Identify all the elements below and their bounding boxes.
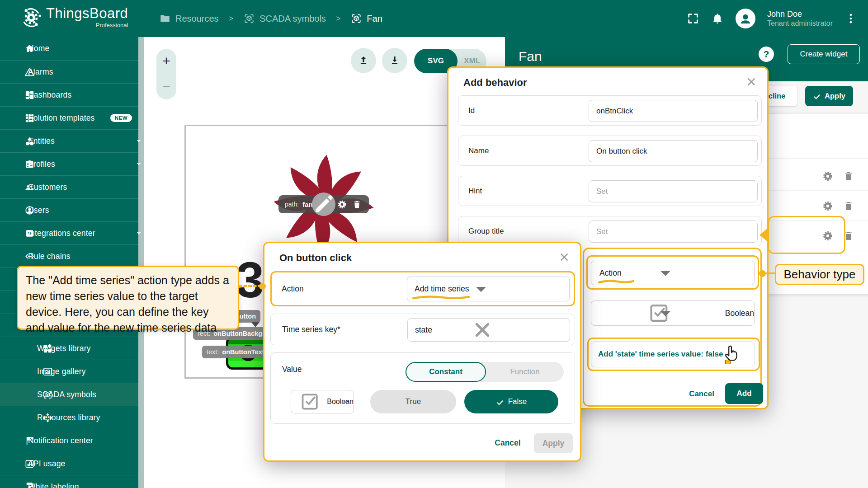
upload-icon xyxy=(358,55,369,66)
sidebar-item-resources-library[interactable]: Resources library xyxy=(0,406,138,429)
sidebar-item-label: Image gallery xyxy=(37,367,86,376)
action-select[interactable]: Add time series xyxy=(407,277,570,301)
field-label: Id xyxy=(468,96,475,125)
user-role: Tenant administrator xyxy=(767,19,833,28)
delete-icon xyxy=(843,171,854,182)
checkbox-icon xyxy=(297,390,323,413)
sidebar-item-label: Alarms xyxy=(28,67,53,77)
dialog-title: Add behavior xyxy=(463,77,527,89)
sidebar-item-label: Customers xyxy=(28,183,67,192)
value-type-select[interactable]: Boolean xyxy=(591,300,755,326)
breadcrumb-label: Resources xyxy=(175,14,219,24)
zoom-controls: + − xyxy=(156,49,176,99)
chevron-down-icon xyxy=(134,136,143,145)
sidebar-item-customers[interactable]: Customers xyxy=(0,175,138,198)
annotation-connector-dot xyxy=(759,270,766,277)
fullscreen-button[interactable] xyxy=(687,12,699,25)
chevron-down-icon xyxy=(400,277,562,301)
sidebar-item-profiles[interactable]: Profiles xyxy=(0,152,138,175)
true-button[interactable]: True xyxy=(370,390,456,413)
apply-button[interactable]: Apply xyxy=(805,86,853,106)
action-label: Action xyxy=(282,271,304,306)
sidebar-item-solution-templates[interactable]: Solution templatesNEW xyxy=(0,106,138,129)
field-input[interactable]: onBtnClick xyxy=(589,100,758,122)
sidebar-item-dashboards[interactable]: Dashboards xyxy=(0,83,138,106)
delete-icon xyxy=(843,230,854,241)
zoom-out-button[interactable]: − xyxy=(156,79,176,94)
field-input[interactable]: Set xyxy=(589,221,758,243)
fullscreen-icon xyxy=(687,12,699,25)
time-series-key-label: Time series key* xyxy=(282,314,340,345)
notifications-button[interactable] xyxy=(711,12,724,25)
breadcrumb: Resources>SCADA symbols>Fan xyxy=(159,0,382,37)
field-row-hint: HintSet xyxy=(458,176,762,206)
sidebar-item-notification-center[interactable]: Notification center xyxy=(0,429,138,452)
breadcrumb-item[interactable]: Fan xyxy=(350,13,382,24)
sidebar-item-label: Profiles xyxy=(28,160,55,169)
sidebar-item-entities[interactable]: Entities xyxy=(0,129,138,152)
chevron-down-icon xyxy=(122,160,131,169)
sidebar-item-alarms[interactable]: Alarms xyxy=(0,60,138,83)
close-icon xyxy=(745,76,757,88)
close-button[interactable] xyxy=(745,76,757,88)
sidebar-item-api-usage[interactable]: API usage xyxy=(0,452,138,475)
behavior-type-select[interactable]: Action xyxy=(591,261,755,285)
sidebar-gutter xyxy=(138,37,144,488)
close-button[interactable] xyxy=(558,251,570,263)
sidebar-item-rule-chains[interactable]: Rule chains xyxy=(0,244,138,267)
upload-button[interactable] xyxy=(351,48,376,73)
breadcrumb-item[interactable]: SCADA symbols xyxy=(243,13,326,24)
download-button[interactable] xyxy=(382,48,407,73)
apply-button-disabled[interactable]: Apply xyxy=(534,433,573,453)
sidebar-item-scada-symbols[interactable]: SCADA symbols xyxy=(0,383,138,406)
field-input[interactable]: Set xyxy=(589,180,758,202)
sidebar-item-white-labeling[interactable]: White labeling xyxy=(0,475,138,488)
thingsboard-logo-icon xyxy=(20,6,42,29)
add-button[interactable]: Add xyxy=(725,383,763,404)
page-title: Fan xyxy=(519,49,542,64)
annotation-connector-dot xyxy=(259,283,266,290)
toggle-constant[interactable]: Constant xyxy=(406,362,486,382)
annotation-tooltip: The "Add time series" action type adds a… xyxy=(17,266,239,330)
settings-icon xyxy=(822,201,833,211)
value-type-select[interactable]: Boolean xyxy=(291,390,354,413)
element-settings-button[interactable] xyxy=(337,200,347,209)
sidebar-item-image-gallery[interactable]: Image gallery xyxy=(0,360,138,383)
sidebar-item-home[interactable]: Home xyxy=(0,37,138,60)
scada-icon xyxy=(350,13,362,24)
toggle-function[interactable]: Function xyxy=(486,362,564,382)
create-widget-button[interactable]: Create widget xyxy=(788,44,860,64)
field-label: Name xyxy=(468,136,489,165)
cancel-button[interactable]: Cancel xyxy=(684,384,720,404)
user-menu-button[interactable] xyxy=(844,12,857,25)
sidebar-item-users[interactable]: Users xyxy=(0,198,138,221)
settings-icon xyxy=(822,230,833,241)
field-input[interactable]: On button click xyxy=(589,140,758,162)
element-delete-button[interactable] xyxy=(352,200,362,209)
cancel-button[interactable]: Cancel xyxy=(490,433,526,453)
topbar-actions: John Doe Tenant administrator xyxy=(687,0,857,37)
false-button[interactable]: False xyxy=(464,390,558,413)
breadcrumb-label: SCADA symbols xyxy=(259,14,326,24)
on-button-click-dialog: On button click Action Add time series T… xyxy=(263,242,581,462)
value-type-value: Boolean xyxy=(327,398,354,406)
breadcrumb-item[interactable]: Resources xyxy=(159,13,219,24)
edit-element-button[interactable] xyxy=(312,192,335,216)
help-button[interactable]: ? xyxy=(759,47,774,62)
time-series-key-input[interactable]: state xyxy=(407,318,570,342)
check-icon xyxy=(813,93,821,101)
chevron-down-icon xyxy=(341,398,349,406)
time-series-key-row: Time series key* state xyxy=(270,314,575,345)
thingsboard-logo[interactable]: ThingsBoard Professional xyxy=(20,6,128,29)
delete-icon xyxy=(843,201,854,211)
add-state-value-link[interactable]: Add 'state' time series value: false xyxy=(598,350,723,359)
sidebar-item-widgets-library[interactable]: Widgets library xyxy=(0,337,138,360)
brand-title: ThingsBoard xyxy=(46,6,128,20)
element-type-label: path: xyxy=(285,201,299,208)
annotation-row-notch xyxy=(760,228,768,242)
person-icon xyxy=(738,11,753,26)
avatar[interactable] xyxy=(736,9,755,28)
text-tag-prefix: text: xyxy=(207,348,219,356)
zoom-in-button[interactable]: + xyxy=(156,53,176,69)
sidebar-item-integrations-center[interactable]: Integrations center xyxy=(0,221,138,244)
